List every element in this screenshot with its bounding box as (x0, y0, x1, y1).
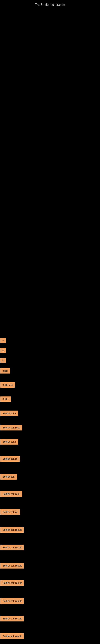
result-badge-4: Bottle (0, 368, 10, 374)
result-row-8: Bottleneck resu (0, 425, 22, 430)
result-badge-17: Bottleneck result (0, 580, 24, 586)
result-badge-1: B (0, 338, 6, 343)
result-badge-16: Bottleneck result (0, 563, 24, 568)
result-row-17: Bottleneck result (0, 580, 24, 586)
result-badge-15: Bottleneck result (0, 544, 24, 550)
result-row-1: B (0, 338, 6, 343)
result-row-9: Bottleneck r (0, 439, 18, 444)
result-badge-18: Bottleneck result (0, 598, 24, 604)
result-badge-12: Bottleneck resu (0, 491, 22, 497)
result-row-20: Bottleneck result (0, 633, 24, 639)
result-row-13: Bottleneck re (0, 509, 20, 515)
result-badge-9: Bottleneck r (0, 439, 18, 444)
result-row-7: Bottleneck r (0, 410, 18, 416)
result-badge-11: Bottleneck (0, 474, 17, 480)
result-row-15: Bottleneck result (0, 544, 24, 550)
result-row-3: B (0, 358, 6, 363)
site-title: TheBottlenecker.com (0, 1, 100, 9)
result-row-4: Bottle (0, 368, 10, 374)
result-badge-5: Bottleneck (0, 382, 15, 388)
result-row-14: Bottleneck result (0, 527, 24, 533)
result-badge-13: Bottleneck re (0, 509, 20, 515)
result-badge-8: Bottleneck resu (0, 425, 22, 430)
result-row-19: Bottleneck result (0, 616, 24, 622)
result-row-6: Bottlen (0, 396, 11, 402)
result-row-10: Bottleneck re (0, 456, 20, 462)
result-badge-14: Bottleneck result (0, 527, 24, 533)
result-badge-10: Bottleneck re (0, 456, 20, 462)
result-badge-20: Bottleneck result (0, 633, 24, 639)
result-row-2: B (0, 348, 6, 353)
result-badge-6: Bottlen (0, 396, 11, 402)
result-row-18: Bottleneck result (0, 598, 24, 604)
result-badge-3: B (0, 358, 6, 363)
result-row-5: Bottleneck (0, 382, 15, 388)
result-badge-7: Bottleneck r (0, 410, 18, 416)
result-badge-2: B (0, 348, 6, 353)
result-row-16: Bottleneck result (0, 563, 24, 568)
result-badge-19: Bottleneck result (0, 616, 24, 622)
result-row-12: Bottleneck resu (0, 491, 22, 497)
result-row-11: Bottleneck (0, 474, 17, 480)
